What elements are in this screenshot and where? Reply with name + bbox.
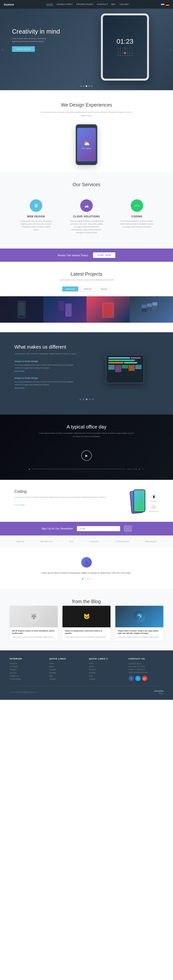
carousel-dot-4[interactable] <box>89 398 91 400</box>
coding-name: CODING <box>120 215 154 218</box>
tab-popular[interactable]: Popular <box>97 286 111 291</box>
project-thumb-4[interactable] <box>130 296 173 323</box>
nav-link-home[interactable]: HOME <box>46 3 53 6</box>
project-thumb-1[interactable] <box>0 296 43 323</box>
social-googleplus-icon[interactable]: g+ <box>142 676 147 681</box>
feature-1-readmore[interactable]: READ MORE → <box>14 371 82 372</box>
feature-2: Unique & Fresh design It is a long estab… <box>14 377 82 389</box>
footer-ql2-blog[interactable]: Blog <box>89 675 124 677</box>
footer-ql1-portfolio[interactable]: Portfolio <box>49 672 84 674</box>
footer-ql1-about[interactable]: About <box>49 665 84 668</box>
project-img-1 <box>0 296 43 323</box>
weather-icon: ⛅ <box>83 140 90 146</box>
project-thumb-2[interactable] <box>43 296 86 323</box>
blog-content-2: Attack on Dailymotion redirected visitor… <box>62 627 111 641</box>
testimonial-dot-2[interactable] <box>85 578 86 580</box>
hero-section: ‹ Creativity in mind Lorem ipsum dolor s… <box>0 9 173 90</box>
services-section: Our Services 🖥 WEB DESIGN Lorem ipsum do… <box>0 172 173 248</box>
tab-featured[interactable]: Featured <box>80 286 95 291</box>
footer-phone: Phone: +1 555 0123 <box>128 668 163 671</box>
feature-2-readmore[interactable]: READ MORE → <box>14 387 82 389</box>
blog-grid: 🐺 Win IP acquire control of some derivat… <box>10 606 163 641</box>
footer-ql2-services[interactable]: Services <box>89 668 124 671</box>
blog-card-3[interactable]: 🐬 Stripes Elite 5 reviews. Stripes sits … <box>115 606 163 641</box>
footer-link-contact[interactable]: Contact Us <box>10 675 45 677</box>
hero-cta-button[interactable]: LEARN MORE <box>12 46 35 52</box>
blog-animal-3: 🐬 <box>133 611 145 622</box>
partner-joomla: Joomla! <box>90 540 99 542</box>
nav-link-en[interactable]: EN+ <box>112 3 116 6</box>
social-facebook-icon[interactable]: f <box>128 676 134 681</box>
hero-prev-arrow[interactable]: ‹ <box>2 47 3 52</box>
cta-button[interactable]: START NOW <box>93 252 115 258</box>
carousel-dot-5[interactable] <box>92 398 94 400</box>
footer-ql1-blog[interactable]: Blog <box>49 675 84 677</box>
nav-link-contact[interactable]: CONTACT <box>97 3 108 6</box>
services-grid: 🖥 WEB DESIGN Lorem ipsum dolor sit amet,… <box>14 194 159 239</box>
carousel-dot-3[interactable] <box>86 398 88 400</box>
footer-link-about[interactable]: About Us <box>10 662 45 665</box>
svg-rect-11 <box>152 306 157 309</box>
tab-showcase[interactable]: Showcase <box>62 286 78 291</box>
nav-link-promo[interactable]: PROMO PAGE+ <box>77 3 94 6</box>
footer-link-privacy[interactable]: Privacy Policy <box>10 678 45 680</box>
hero-dot-2[interactable] <box>83 85 85 87</box>
we-design-title: We Design Experiences <box>14 102 159 108</box>
partner-coffeescript: CoffeeScript <box>115 540 130 542</box>
blog-post-title-1: Win IP acquire control of some derivativ… <box>12 630 55 635</box>
footer-ql2-contact[interactable]: Contact <box>89 678 124 680</box>
nav-link-color[interactable]: COLOR+ <box>119 3 129 6</box>
coding-visual: 📱 GADGETS ⚡ INTERACTION <box>133 489 159 512</box>
interaction-label: INTERACTION <box>149 511 159 512</box>
hero-dot-1[interactable] <box>80 85 82 87</box>
testimonial-dot-1[interactable] <box>82 578 83 580</box>
coding-title: Coding <box>14 489 124 494</box>
footer-ql2-about[interactable]: About <box>89 665 124 668</box>
different-visual <box>91 355 159 383</box>
testimonial-dot-4[interactable] <box>90 578 91 580</box>
footer-col-quicklinks2: Quick Links 2 Home About Services Portfo… <box>89 657 124 681</box>
svg-rect-6 <box>142 305 147 308</box>
footer-ql1-services[interactable]: Services <box>49 668 84 671</box>
hero-dot-4[interactable] <box>88 85 90 87</box>
blog-img-1: 🐺 <box>10 606 58 627</box>
coding-icons: 📱 GADGETS ⚡ INTERACTION <box>149 494 159 512</box>
hero-dot-5[interactable] <box>91 85 93 87</box>
footer-link-portfolio[interactable]: Portfolio <box>10 668 45 671</box>
gadgets-icon: 📱 <box>151 494 157 500</box>
carousel-dot-1[interactable] <box>80 398 81 400</box>
flag-en[interactable] <box>161 3 164 6</box>
coding-more-link[interactable]: more details <box>14 504 25 506</box>
footer-ql1-contact[interactable]: Contact <box>49 678 84 680</box>
footer-ql1-home[interactable]: Home <box>49 662 84 665</box>
newsletter-email-input[interactable] <box>77 526 120 531</box>
video-progress[interactable] <box>32 469 126 469</box>
footer-ql2-portfolio[interactable]: Portfolio <box>89 672 124 674</box>
video-play-icon[interactable]: ▶ <box>29 468 30 470</box>
footer-ql2-home[interactable]: Home <box>89 662 124 665</box>
blog-card-2[interactable]: 🐱 Attack on Dailymotion redirected visit… <box>62 606 111 641</box>
video-volume-icon[interactable]: 🔈 <box>138 468 141 470</box>
testimonial-dot-3[interactable] <box>87 578 89 580</box>
partner-microsoft: Microsoft <box>146 540 156 542</box>
newsletter-submit-button[interactable]: → <box>124 526 132 531</box>
cloud-desc: These are great examples of portfolio th… <box>70 220 103 234</box>
nav-link-joomla[interactable]: JOOMLA PRO+ <box>56 3 73 6</box>
footer-link-services[interactable]: Services <box>10 672 45 674</box>
video-subtitle: Lorem ipsum dolor sit amet, consectetur … <box>38 431 135 438</box>
phone-front <box>133 489 145 512</box>
carousel-dot-2[interactable] <box>83 398 84 400</box>
latest-projects-subtitle: Lorem ipsum dolor sit amet, consectetur … <box>38 278 135 282</box>
blog-card-1[interactable]: 🐺 Win IP acquire control of some derivat… <box>10 606 58 641</box>
feature-1-title: Unique & Fresh design <box>14 360 82 363</box>
hero-next-arrow[interactable]: › <box>170 47 171 52</box>
project-thumb-3[interactable] <box>86 296 130 323</box>
video-fullscreen-icon[interactable]: ⛶ <box>142 468 144 470</box>
partner-wordpress: WordPress <box>40 540 53 542</box>
flag-de[interactable] <box>166 3 169 6</box>
social-twitter-icon[interactable]: t <box>135 676 141 681</box>
hero-dot-3[interactable] <box>86 85 87 87</box>
play-button[interactable]: ▶ <box>81 450 92 461</box>
different-subtitle: Lorem ipsum dolor sit amet, consectetur … <box>14 352 82 356</box>
footer-link-team[interactable]: Our Team <box>10 665 45 668</box>
